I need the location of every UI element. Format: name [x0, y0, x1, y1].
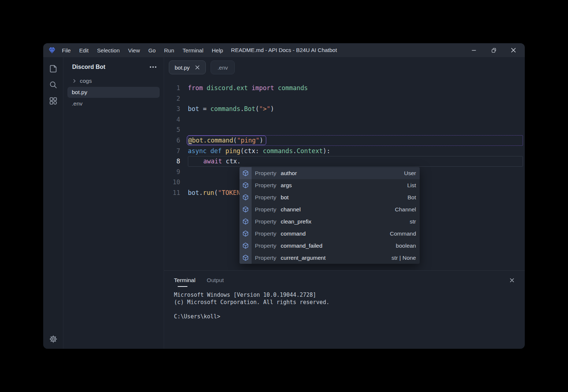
menu-item-help[interactable]: Help: [212, 47, 223, 53]
code-line-7[interactable]: 7async def ping(ctx: commands.Context):: [164, 146, 525, 156]
line-number: 8: [164, 156, 180, 167]
code-token: ): [270, 105, 274, 112]
tab-bot.py[interactable]: bot.py: [169, 60, 206, 74]
main-area: Discord Bot cogsbot.py.env bot.py .env 1…: [43, 57, 525, 349]
menu-item-file[interactable]: File: [62, 47, 71, 53]
code-line-4[interactable]: 4: [164, 114, 525, 125]
terminal-line: Microsoft Windows [Version 10.0.19044.27…: [174, 292, 517, 299]
code-line-5[interactable]: 5: [164, 125, 525, 135]
explorer-item-bot.py[interactable]: bot.py: [67, 87, 160, 98]
code-token: [222, 147, 225, 155]
terminal-line: (c) Microsoft Corporation. All rights re…: [174, 299, 517, 306]
code-line-8[interactable]: 8 await ctx.: [164, 156, 525, 167]
completion-item-args[interactable]: PropertyargsList: [240, 179, 420, 191]
code-token: (: [214, 189, 218, 196]
extensions-icon[interactable]: [48, 96, 58, 106]
line-number: 9: [164, 167, 180, 177]
code-token: bot: [188, 105, 199, 112]
explorer-item-label: cogs: [80, 78, 92, 84]
code-token: TOKEN: [222, 189, 240, 196]
code-line-body: await ctx.: [188, 156, 523, 167]
code-token: from: [188, 84, 203, 92]
property-cube-icon: [240, 179, 252, 191]
code-token: ": [259, 105, 263, 112]
code-token: (: [240, 147, 244, 155]
explorer-item-label: .env: [72, 100, 82, 107]
editor[interactable]: 1from discord.ext import commands23bot =…: [164, 78, 525, 270]
code-token: discord.ext: [207, 84, 248, 92]
line-number: 11: [164, 188, 180, 198]
tab-label: .env: [218, 64, 228, 71]
code-line-1[interactable]: 1from discord.ext import commands: [164, 83, 525, 93]
explorer-item-cogs[interactable]: cogs: [67, 75, 160, 86]
completion-name: channel: [281, 206, 301, 213]
code-token: def: [210, 147, 222, 155]
terminal-header: Terminal Output: [174, 277, 517, 284]
menu-item-go[interactable]: Go: [148, 47, 156, 53]
completion-item-author[interactable]: PropertyauthorUser: [240, 167, 420, 179]
completion-item-bot[interactable]: PropertybotBot: [240, 191, 420, 203]
line-number: 6: [164, 135, 180, 146]
line-number: 5: [164, 125, 180, 135]
code-line-2[interactable]: 2: [164, 93, 525, 104]
code-token: commands: [278, 84, 308, 92]
code-token: Bot: [244, 105, 256, 112]
tab-terminal[interactable]: Terminal: [174, 277, 196, 284]
app-window: FileEditSelectionViewGoRunTerminalHelp R…: [43, 43, 525, 349]
code-token: ": [218, 189, 222, 196]
files-icon[interactable]: [48, 64, 58, 73]
code-token: ):: [323, 147, 330, 155]
code-token: commands: [263, 147, 293, 155]
completion-item-current_argument[interactable]: Propertycurrent_argumentstr | None: [240, 252, 420, 264]
tab-.env[interactable]: .env: [211, 60, 235, 74]
explorer-item-.env[interactable]: .env: [67, 98, 160, 109]
explorer-items: cogsbot.py.env: [63, 75, 164, 109]
property-cube-icon: [240, 191, 252, 203]
maximize-button[interactable]: [488, 45, 499, 56]
completion-kind: Property: [255, 230, 276, 237]
completion-item-channel[interactable]: PropertychannelChannel: [240, 203, 420, 215]
completion-kind: Property: [255, 243, 276, 249]
menu-item-view[interactable]: View: [128, 47, 140, 53]
completion-kind: Property: [255, 218, 276, 225]
code-line-body: [188, 125, 523, 135]
property-cube-icon: [240, 252, 252, 264]
completion-item-command[interactable]: PropertycommandCommand: [240, 228, 420, 240]
code-token: (: [255, 105, 259, 112]
completion-kind: Property: [255, 194, 276, 201]
code-line-body: [188, 93, 523, 104]
code-token: run: [203, 189, 214, 196]
autocomplete-popup: PropertyauthorUser PropertyargsList Prop…: [240, 167, 420, 264]
code-token: [274, 84, 278, 92]
completion-name: author: [281, 170, 297, 177]
code-line-3[interactable]: 3bot = commands.Bot(">"): [164, 104, 525, 114]
window-controls: [468, 45, 519, 56]
completion-kind: Property: [255, 206, 276, 213]
tab-output[interactable]: Output: [207, 277, 224, 284]
code-token: ping: [241, 137, 256, 144]
close-tab-icon[interactable]: [195, 65, 200, 70]
completion-item-clean_prefix[interactable]: Propertyclean_prefixstr: [240, 215, 420, 228]
menu-item-terminal[interactable]: Terminal: [183, 47, 204, 53]
completion-type: boolean: [396, 243, 416, 249]
search-icon[interactable]: [48, 80, 58, 89]
menu-item-selection[interactable]: Selection: [97, 47, 120, 53]
code-token: ping: [225, 147, 240, 155]
minimize-button[interactable]: [468, 45, 479, 56]
code-token: Context: [297, 147, 323, 155]
explorer-item-label: bot.py: [72, 89, 87, 96]
menu-item-run[interactable]: Run: [164, 47, 174, 53]
ellipsis-icon[interactable]: [150, 66, 156, 68]
completion-type: Channel: [395, 206, 416, 213]
code-token: (: [233, 137, 237, 144]
menu-item-edit[interactable]: Edit: [79, 47, 89, 53]
completion-item-command_failed[interactable]: Propertycommand_failedboolean: [240, 240, 420, 252]
settings-gear-icon[interactable]: [48, 334, 58, 344]
close-window-button[interactable]: [508, 45, 519, 56]
close-terminal-icon[interactable]: [509, 278, 515, 283]
code-token: ctx: [226, 158, 237, 165]
property-cube-icon: [240, 228, 252, 240]
code-line-6[interactable]: 6@bot.command("ping"): [164, 135, 525, 146]
completion-name: command_failed: [281, 243, 323, 249]
code-token: bot: [188, 189, 199, 196]
